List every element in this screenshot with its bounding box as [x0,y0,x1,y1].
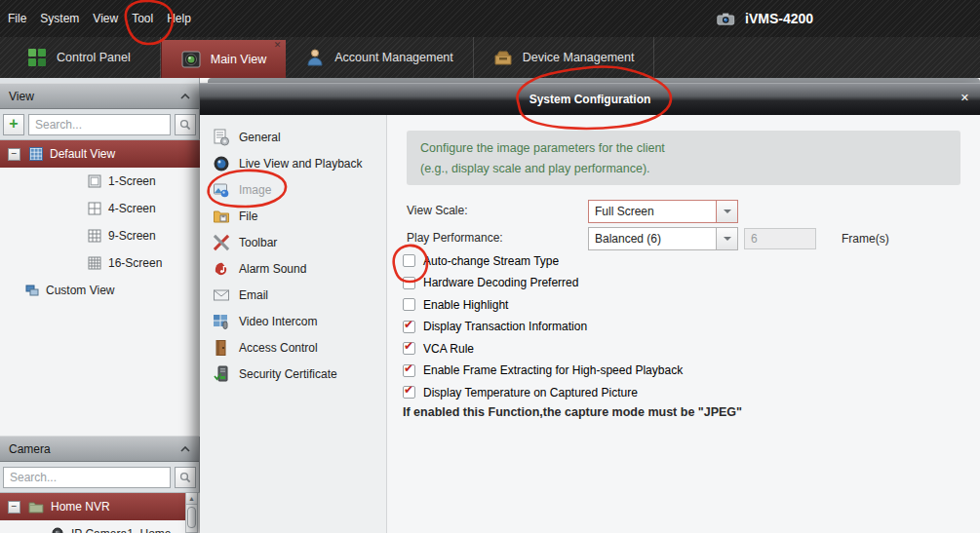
tab-account-management[interactable]: Account Management [286,37,474,78]
tab-close-icon[interactable]: ✕ [274,41,282,50]
checkbox-enable-highlight[interactable]: Enable Highlight [403,298,683,311]
tree-row-1-screen[interactable]: 1-Screen [0,168,200,195]
scrollbar-thumb[interactable] [187,507,196,528]
view-search-row: + [0,110,199,139]
dialog-title: System Configuration [529,93,651,106]
collapse-expander[interactable]: − [8,148,20,161]
menu-view[interactable]: View [86,0,125,37]
tree-row-custom-view[interactable]: Custom View [0,277,200,304]
camera-logo-icon [717,9,736,28]
tab-device-management[interactable]: Device Management [474,37,655,78]
add-view-button[interactable]: + [3,114,24,135]
chevron-down-icon [724,237,731,241]
image-icon [213,181,230,199]
checkbox-display-temperature[interactable]: Display Temperature on Captured Picture [403,386,683,399]
tab-label: Control Panel [57,51,131,64]
scrollbar-up-arrow[interactable]: ▲ [186,493,197,505]
checkbox-label: Auto-change Stream Type [423,254,559,268]
security-certificate-icon [213,365,230,383]
menu-tool[interactable]: Tool [125,0,160,37]
sidebar-item-general[interactable]: General [200,124,386,150]
checkbox-hardware-decoding-preferred[interactable]: Hardware Decoding Preferred [403,277,683,289]
sidebar-item-image[interactable]: Image [200,176,386,203]
left-panel: View + − Default [0,78,200,533]
checkbox-enable-frame-extracting[interactable]: Enable Frame Extracting for High-speed P… [403,364,683,377]
checkbox-box[interactable] [403,254,415,267]
collapse-arrow-icon[interactable] [180,446,190,452]
camera-panel-title: Camera [9,442,51,456]
checkbox-vca-rule[interactable]: VCA Rule [403,342,683,355]
dropdown-arrow-button[interactable] [716,228,737,249]
checkbox-box[interactable] [403,321,415,333]
tree-row-4-screen[interactable]: 4-Screen [0,195,200,222]
checkbox-box[interactable] [403,342,415,355]
checkbox-box[interactable] [403,386,415,399]
camera-tree-scrollbar[interactable]: ▲ [185,492,198,533]
view-search-button[interactable] [175,114,196,135]
tree-label: 9-Screen [108,229,156,243]
dropdown-arrow-button[interactable] [716,201,737,222]
dialog-close-icon[interactable]: ✕ [960,93,969,103]
checkbox-display-transaction-information[interactable]: Display Transaction Information [403,321,683,333]
collapse-expander[interactable]: − [8,501,20,514]
camera-search-input[interactable] [3,467,171,488]
tab-label: Main View [211,53,266,66]
view-scale-select[interactable]: Full Screen [588,200,738,223]
menu-system[interactable]: System [33,0,86,37]
file-icon [213,208,230,225]
search-icon [179,119,191,131]
checkbox-box[interactable] [403,277,415,289]
sidebar-item-label: File [239,209,257,223]
info-box: Configure the image parameters for the c… [407,131,960,185]
camera-search-button[interactable] [175,467,196,488]
custom-view-icon [25,284,39,297]
sidebar-item-label: Video Intercom [239,315,318,328]
sidebar-item-alarm-sound[interactable]: Alarm Sound [200,255,386,282]
sidebar-item-label: Access Control [239,341,318,355]
tree-row-default-view[interactable]: − Default View [0,140,200,168]
collapse-arrow-icon[interactable] [180,94,190,99]
sidebar-item-file[interactable]: File [200,203,386,229]
system-configuration-dialog: System Configuration ✕ General Live View… [200,83,980,533]
dialog-body: General Live View and Playback Image [200,115,980,533]
tab-control-panel[interactable]: Control Panel [0,37,161,78]
checkbox-label: Display Transaction Information [423,320,587,333]
sidebar-item-label: Toolbar [239,236,277,249]
tree-label: 16-Screen [108,256,162,270]
tab-label: Device Management [523,51,635,64]
screen-9-icon [88,229,101,243]
play-performance-select[interactable]: Balanced (6) [588,227,738,250]
sidebar-item-video-intercom[interactable]: Video Intercom [200,308,386,334]
jpeg-note: If enabled this Function,the capture mod… [403,405,742,419]
view-panel-header[interactable]: View [0,83,199,109]
sidebar-item-label: Live View and Playback [239,157,363,171]
sidebar-item-toolbar[interactable]: Toolbar [200,229,386,255]
tab-main-view[interactable]: Main View ✕ [161,40,286,78]
alarm-sound-icon [213,260,230,278]
frames-suffix-label: Frame(s) [842,232,889,246]
menu-file[interactable]: File [0,0,33,37]
view-tree: − Default View 1-Screen [0,139,200,437]
view-search-input[interactable] [28,114,171,135]
app-title: iVMS-4200 [745,11,813,26]
tree-row-9-screen[interactable]: 9-Screen [0,222,200,249]
app-brand: iVMS-4200 [717,0,813,37]
tree-row-ip-camera1[interactable]: IP Camera1_Home [0,520,200,533]
menu-help[interactable]: Help [160,0,198,37]
tree-row-16-screen[interactable]: 16-Screen [0,249,200,277]
checkbox-auto-change-stream-type[interactable]: Auto-change Stream Type [403,254,683,267]
search-icon [179,472,191,483]
sidebar-item-email[interactable]: Email [200,282,386,308]
chevron-down-icon [724,209,731,213]
play-performance-value: Balanced (6) [589,228,716,249]
checkbox-box[interactable] [403,298,415,311]
tree-label: Default View [50,147,115,161]
sidebar-item-live-view-and-playback[interactable]: Live View and Playback [200,150,386,176]
dialog-title-bar[interactable]: System Configuration ✕ [200,83,980,115]
checkbox-label: Hardware Decoding Preferred [423,276,578,289]
tree-row-home-nvr[interactable]: − Home NVR [0,493,186,520]
checkbox-box[interactable] [403,364,415,377]
sidebar-item-access-control[interactable]: Access Control [200,334,386,361]
sidebar-item-security-certificate[interactable]: Security Certificate [200,361,386,387]
camera-panel-header[interactable]: Camera [0,436,199,462]
